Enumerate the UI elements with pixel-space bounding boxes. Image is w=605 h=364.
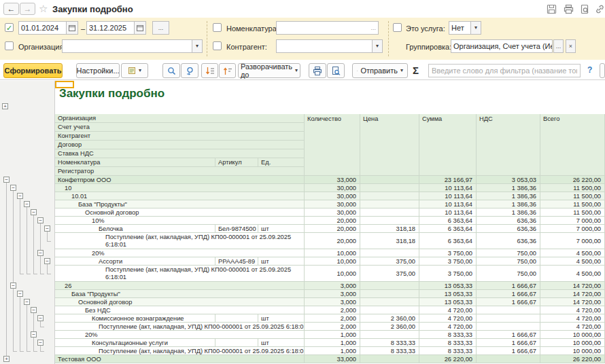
cell-vat[interactable]: 3 053,03 [477,176,540,184]
cell-sum[interactable]: 3 750,00 [419,266,477,282]
cell-article[interactable]: Бел-9874500 [215,225,258,233]
cell-total[interactable]: 11 500,00 [540,208,605,217]
cell-total[interactable]: 4 500,00 [540,257,605,266]
row-label[interactable]: Основной договор [55,208,305,217]
header-col-4[interactable]: Всего [540,114,605,176]
cell-qty[interactable]: 2,000 [305,323,360,331]
cell-vat[interactable]: 1 666,67 [477,339,540,347]
cell-qty[interactable]: 30,000 [305,208,360,217]
cell-sum[interactable]: 10 113,64 [419,208,477,217]
cell-vat[interactable] [477,355,540,363]
group-collapse-button[interactable]: − [37,250,44,256]
cell-sum[interactable]: 10 113,64 [419,184,477,192]
preview-title-button[interactable] [579,3,591,14]
group-collapse-button[interactable]: − [24,201,30,207]
cell-vat[interactable] [477,323,540,331]
cell-qty[interactable]: 2,000 [305,314,360,323]
cell-vat[interactable]: 750,00 [477,249,540,257]
header-col-0[interactable]: Количество [305,114,360,176]
cell-qty[interactable]: 20,000 [305,233,360,249]
cell-sum[interactable]: 10 113,64 [419,200,477,208]
is-service-value[interactable]: Нет [449,21,471,35]
cell-sum[interactable]: 4 720,00 [419,314,477,323]
cell-total[interactable]: 4 720,00 [540,314,605,323]
cell-qty[interactable]: 30,000 [305,200,360,208]
cell-total[interactable]: 4 720,00 [540,306,605,314]
cell-sum[interactable]: 13 053,33 [419,282,477,290]
is-service-dropdown-button[interactable]: ▾ [470,21,481,35]
cell-vat[interactable]: 1 666,67 [477,347,540,355]
row-label[interactable]: 10 [55,184,305,192]
back-button[interactable]: ← [3,3,19,15]
header-col-3[interactable]: НДС [477,114,540,176]
cell-sum[interactable]: 4 720,00 [419,306,477,314]
cell-price[interactable] [360,176,419,184]
row-label[interactable]: Поступление (акт, накладная, УПД) КП00-0… [55,233,305,249]
period-checkbox[interactable]: ✓ [5,23,14,32]
get-link-button[interactable] [594,3,605,14]
cell-qty[interactable]: 2,000 [305,306,360,314]
cell-price[interactable]: 375,00 [360,266,419,282]
cell-price[interactable]: 2 360,00 [360,314,419,323]
row-label[interactable]: 10% [55,217,305,225]
forward-button[interactable]: → [20,3,35,15]
header-col-article[interactable]: Артикул [215,158,258,167]
cell-unit[interactable]: шт [258,225,305,233]
cell-total[interactable]: 10 000,00 [540,331,605,339]
favorite-star-icon[interactable]: ☆ [39,3,48,14]
filter-search-input[interactable] [428,64,581,77]
row-label[interactable]: Ассорти [55,257,215,266]
cell-sum[interactable]: 8 333,33 [419,331,477,339]
cell-total[interactable]: 11 500,00 [540,200,605,208]
cell-vat[interactable]: 1 666,67 [477,282,540,290]
cell-vat[interactable]: 636,36 [477,225,540,233]
group-collapse-button[interactable]: − [37,217,44,223]
cell-qty[interactable]: 1,000 [305,331,360,339]
header-row-nomenclature[interactable]: Номенклатура [55,158,215,167]
cell-sum[interactable]: 6 363,64 [419,233,477,249]
group-collapse-button[interactable]: − [37,315,44,321]
cell-sum[interactable]: 8 333,33 [419,339,477,347]
cell-total[interactable]: 11 500,00 [540,192,605,200]
cell-sum[interactable]: 13 053,33 [419,298,477,306]
cell-qty[interactable]: 1,000 [305,339,360,347]
row-label[interactable]: Основной договор [55,298,305,306]
row-label[interactable]: Поступление (акт, накладная, УПД) КП00-0… [55,347,305,355]
period-from-field[interactable]: 01.01.2024 [18,21,67,35]
row-label[interactable]: Поступление (акт, накладная, УПД) КП00-0… [55,323,305,331]
cell-vat[interactable]: 1 666,67 [477,331,540,339]
print-title-button[interactable] [563,3,574,14]
row-label[interactable]: 20% [55,249,305,257]
row-label[interactable]: 10.01 [55,192,305,200]
cell-vat[interactable]: 636,36 [477,233,540,249]
grouping-select-button[interactable]: ... [553,39,564,53]
row-label[interactable]: Поступление (акт, накладная, УПД) КП00-0… [55,266,305,282]
cell-qty[interactable]: 30,000 [305,184,360,192]
cell-vat[interactable]: 1 666,67 [477,298,540,306]
cell-qty[interactable]: 30,000 [305,192,360,200]
cell-price[interactable] [360,298,419,306]
row-label[interactable]: Тестовая ООО [55,355,305,363]
period-from-calendar-button[interactable] [66,21,78,35]
counterparty-checkbox[interactable] [213,41,222,50]
expand-groups-button[interactable] [201,63,218,78]
save-button[interactable] [546,3,557,14]
cell-price[interactable] [360,200,419,208]
autosum-button[interactable]: Σ [413,65,419,76]
organization-dropdown-button[interactable]: ▾ [192,39,203,53]
group-collapse-button[interactable]: − [37,340,44,346]
cell-price[interactable]: 2 360,00 [360,323,419,331]
row-label[interactable]: База "Продукты" [55,200,305,208]
cell-qty[interactable]: 10,000 [305,249,360,257]
cell-unit[interactable]: шт [258,257,305,266]
group-collapse-button[interactable]: − [24,299,30,305]
row-label[interactable]: Белочка [55,225,215,233]
cell-price[interactable]: 318,18 [360,225,419,233]
cell-sum[interactable]: 8 333,33 [419,347,477,355]
report-expander[interactable]: + [2,103,8,109]
cell-sum[interactable]: 3 750,00 [419,257,477,266]
row-label[interactable]: Конфетпром ООО [55,176,305,184]
header-col-unit[interactable]: Ед. [258,158,305,167]
cell-sum[interactable]: 6 363,64 [419,225,477,233]
cell-total[interactable]: 11 500,00 [540,184,605,192]
